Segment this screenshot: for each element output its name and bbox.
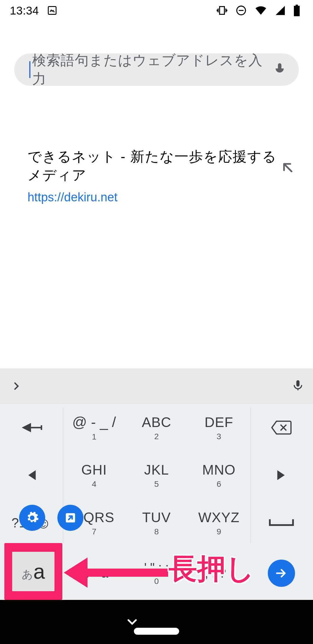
key-cursor-right[interactable] [250,451,313,499]
key-cursor-left[interactable] [0,451,63,499]
text-caret [29,61,30,78]
wifi-icon [254,4,267,17]
keyboard-keys: @ - _ / 1 ABC 2 DEF 3 [0,404,313,600]
mic-icon[interactable] [273,62,287,76]
mic-icon [292,379,304,392]
hide-keyboard-icon[interactable] [125,614,140,629]
vibrate-icon [216,5,228,16]
system-navbar [0,600,313,644]
suggestion-row[interactable]: できるネット - 新たな一歩を応援するメディア https://dekiru.n… [28,147,285,204]
lang-key-small: あ [22,567,33,582]
omnibox[interactable]: 検索語句またはウェブアドレスを入力 [14,53,299,86]
key-2-abc[interactable]: ABC 2 [125,404,188,451]
omnibox-placeholder: 検索語句またはウェブアドレスを入力 [32,51,273,88]
status-bar: 13:34 [0,0,313,21]
home-pill[interactable] [134,628,179,635]
key-case-toggle[interactable]: A↔a [63,547,125,600]
backspace-icon [271,420,292,435]
key-1-symbols[interactable]: @ - _ / 1 [63,404,125,451]
bubble-settings[interactable] [19,505,45,531]
arrow-left-bar-icon [21,422,43,433]
keyboard-toolbar [0,368,313,404]
keyboard-mic-button[interactable] [292,379,304,393]
gear-icon [25,511,39,525]
svg-rect-0 [48,7,56,15]
suggestion-title: できるネット - 新たな一歩を応援するメディア [28,147,285,184]
bubble-launch[interactable] [57,505,83,531]
dnd-icon [235,5,247,16]
key-3-def[interactable]: DEF 3 [188,404,250,451]
tri-left-icon [27,469,37,481]
screenshot-icon [47,5,57,16]
key-punct[interactable]: , . ? ! [188,547,250,600]
battery-icon [293,5,300,16]
highlight-lang-key: あ a [4,543,62,600]
keyboard: @ - _ / 1 ABC 2 DEF 3 [0,368,313,600]
insert-suggestion-icon[interactable] [280,160,295,175]
expand-toolbar-button[interactable] [0,368,32,404]
lang-key-big: a [33,560,45,583]
suggestion-url: https://dekiru.net [28,190,285,204]
key-mode-symbols-emoji[interactable]: ?12☺ [0,499,63,547]
key-6-mno[interactable]: MNO 6 [188,451,250,499]
key-5-jkl[interactable]: JKL 5 [125,451,188,499]
arrow-right-icon [274,566,288,580]
key-4-ghi[interactable]: GHI 4 [63,451,125,499]
key-reverse[interactable] [0,404,63,451]
tri-right-icon [276,469,286,481]
key-9-wxyz[interactable]: WXYZ 9 [188,499,250,547]
key-backspace[interactable] [250,404,313,451]
cell-icon [275,5,286,16]
space-icon [268,518,295,528]
status-time: 13:34 [10,5,39,16]
key-8-tuv[interactable]: TUV 8 [125,499,188,547]
chevron-right-icon [11,381,21,391]
key-space[interactable] [250,499,313,547]
key-0-punct[interactable]: ' " : ; 0 [125,547,188,600]
key-enter[interactable] [250,547,313,600]
open-in-new-icon [63,511,77,525]
